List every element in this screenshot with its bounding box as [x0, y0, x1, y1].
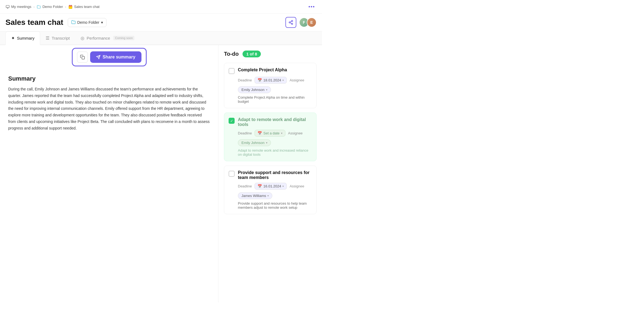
tab-performance[interactable]: ◎ Performance Coming soon [75, 32, 140, 45]
todo-date-2[interactable]: 📅 Set a date ▾ [255, 130, 285, 137]
breadcrumb-my-meetings[interactable]: My meetings [5, 5, 31, 9]
svg-rect-12 [82, 57, 84, 59]
todo-title: To-do [224, 51, 239, 57]
todo-item-1-header: Complete Project Alpha [229, 67, 312, 74]
transcript-tab-icon: ☰ [46, 36, 49, 41]
assignee-chevron-1: ▾ [266, 88, 267, 91]
monitor-icon [5, 5, 10, 9]
todo-panel: To-do 1 of 8 Complete Project Alpha Dead… [218, 45, 322, 302]
todo-item-2: ✓ Adapt to remote work and digital tools… [224, 113, 317, 161]
todo-checkbox-1[interactable] [229, 68, 235, 74]
todo-checkbox-3[interactable] [229, 171, 235, 177]
tab-performance-label: Performance [87, 36, 110, 40]
todo-item-2-header: ✓ Adapt to remote work and digital tools [229, 117, 312, 127]
summary-panel: Share summary Summary During the call, E… [0, 45, 218, 302]
date-value-3: 16.01.2024 [263, 184, 281, 188]
todo-item-3-header: Provide support and resources for team m… [229, 170, 312, 180]
todo-item-1: Complete Project Alpha Deadline 📅 18.01.… [224, 63, 317, 108]
share-summary-button[interactable]: Share summary [90, 51, 141, 63]
todo-item-2-title: Adapt to remote work and digital tools [238, 117, 312, 127]
assignee-label-2: Assignee [288, 131, 303, 135]
header-right: F E [285, 17, 317, 28]
todo-item-3-meta: Deadline 📅 16.01.2024 ▾ Assignee James W… [238, 183, 312, 199]
date-value-2: Set a date [263, 131, 279, 135]
avatar-group: F E [299, 17, 317, 27]
todo-item-3: Provide support and resources for team m… [224, 166, 317, 214]
todo-item-1-title: Complete Project Alpha [238, 67, 312, 72]
share-summary-label: Share summary [102, 55, 135, 60]
avatar-user-2[interactable]: E [307, 17, 317, 27]
folder-badge-label: Demo Folder [77, 20, 99, 25]
todo-count-badge: 1 of 8 [243, 51, 261, 57]
header-left: Sales team chat Demo Folder ▾ [5, 18, 107, 27]
deadline-label-1: Deadline [238, 78, 252, 82]
todo-assignee-1[interactable]: Emily Johnson ▾ [238, 86, 271, 93]
tab-summary[interactable]: ✦ Summary [5, 31, 40, 45]
todo-description-1: Complete Project Alpha on time and withi… [238, 95, 312, 104]
todo-description-2: Adapt to remote work and increased relia… [238, 148, 312, 157]
assignee-chevron-2: ▾ [266, 141, 267, 144]
svg-rect-0 [6, 5, 9, 7]
page-header: Sales team chat Demo Folder ▾ F E [0, 14, 322, 31]
date-chevron-3: ▾ [282, 185, 284, 188]
todo-item-1-meta: Deadline 📅 18.01.2024 ▾ Assignee Emily J… [238, 77, 312, 93]
svg-point-7 [291, 20, 293, 22]
tab-transcript[interactable]: ☰ Transcript [40, 32, 75, 45]
copy-summary-button[interactable] [77, 52, 88, 63]
todo-header: To-do 1 of 8 [224, 51, 317, 57]
folder-icon [37, 5, 41, 9]
date-value-1: 18.01.2024 [263, 78, 281, 82]
date-chevron-2: ▾ [281, 132, 282, 135]
tab-summary-label: Summary [17, 36, 34, 40]
summary-tab-icon: ✦ [11, 36, 15, 41]
breadcrumb-sep-1: › [34, 5, 35, 8]
assignee-chevron-3: ▾ [267, 194, 269, 197]
todo-description-3: Provide support and resources to help te… [238, 201, 312, 210]
assignee-value-2: Emily Johnson [241, 141, 265, 145]
breadcrumb-sales-team-chat[interactable]: Sales team chat [68, 5, 99, 9]
cal-icon-1: 📅 [258, 78, 262, 82]
dots-menu[interactable] [306, 4, 317, 10]
header-share-button[interactable] [285, 17, 296, 28]
summary-body: During the call, Emily Johnson and James… [8, 86, 210, 132]
assignee-value-3: James Williams [241, 194, 266, 198]
todo-item-3-title: Provide support and resources for team m… [238, 170, 312, 180]
page-title: Sales team chat [5, 18, 63, 27]
date-chevron-1: ▾ [282, 79, 284, 82]
svg-point-9 [291, 23, 293, 25]
svg-rect-4 [69, 5, 72, 6]
deadline-label-3: Deadline [238, 184, 252, 188]
assignee-label-1: Assignee [289, 78, 304, 82]
performance-tab-icon: ◎ [81, 36, 84, 41]
todo-assignee-2[interactable]: Emily Johnson ▾ [238, 139, 271, 146]
folder-badge-icon [71, 20, 76, 25]
svg-point-8 [289, 22, 290, 23]
todo-date-3[interactable]: 📅 16.01.2024 ▾ [255, 183, 287, 190]
breadcrumb: My meetings › Demo Folder › Sales team c… [0, 0, 322, 14]
share-summary-bar: Share summary [72, 48, 146, 66]
deadline-label-2: Deadline [238, 131, 252, 135]
svg-line-11 [290, 21, 291, 22]
calendar-color-icon [68, 5, 73, 9]
todo-assignee-3[interactable]: James Williams ▾ [238, 192, 272, 199]
todo-checkbox-2[interactable]: ✓ [229, 118, 235, 124]
assignee-value-1: Emily Johnson [241, 88, 265, 92]
cal-icon-2: 📅 [258, 131, 262, 135]
folder-selector[interactable]: Demo Folder ▾ [68, 18, 107, 27]
svg-line-10 [290, 23, 291, 23]
breadcrumb-demo-folder[interactable]: Demo Folder [37, 5, 63, 9]
todo-date-1[interactable]: 📅 18.01.2024 ▾ [255, 77, 287, 84]
breadcrumb-sep-2: › [65, 5, 66, 8]
tabs-bar: ✦ Summary ☰ Transcript ◎ Performance Com… [0, 31, 322, 45]
folder-chevron: ▾ [101, 20, 103, 25]
main-content: Share summary Summary During the call, E… [0, 45, 322, 302]
todo-item-2-meta: Deadline 📅 Set a date ▾ Assignee Emily J… [238, 130, 312, 146]
coming-soon-badge: Coming soon [113, 36, 134, 40]
summary-title: Summary [8, 75, 210, 82]
tab-transcript-label: Transcript [52, 36, 70, 40]
assignee-label-3: Assignee [289, 184, 304, 188]
cal-icon-3: 📅 [258, 184, 262, 188]
